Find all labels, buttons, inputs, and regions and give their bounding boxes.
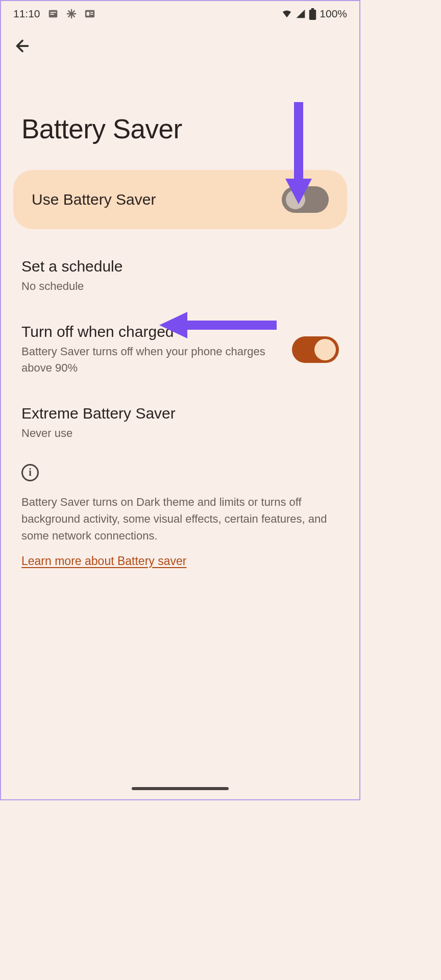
signal-icon: [296, 9, 306, 19]
svg-rect-8: [311, 8, 314, 10]
learn-more-link[interactable]: Learn more about Battery saver: [21, 554, 186, 568]
svg-rect-2: [50, 14, 54, 15]
set-schedule-title: Set a schedule: [21, 258, 339, 275]
navigation-bar-handle[interactable]: [132, 787, 229, 790]
use-battery-saver-toggle-card[interactable]: Use Battery Saver: [13, 170, 347, 229]
extreme-battery-saver-title: Extreme Battery Saver: [21, 405, 339, 422]
extreme-battery-saver-item[interactable]: Extreme Battery Saver Never use: [1, 390, 359, 456]
extreme-battery-saver-text: Extreme Battery Saver Never use: [21, 405, 339, 442]
use-battery-saver-switch[interactable]: [282, 186, 329, 213]
svg-rect-6: [90, 14, 93, 15]
extreme-battery-saver-subtitle: Never use: [21, 425, 339, 442]
status-bar: 11:10 100%: [1, 1, 359, 27]
battery-icon: [309, 8, 316, 20]
page-title: Battery Saver: [1, 57, 359, 170]
arrow-back-icon: [13, 37, 32, 55]
settings-list: Set a schedule No schedule Turn off when…: [1, 243, 359, 456]
svg-rect-3: [85, 10, 94, 18]
turn-off-charged-text: Turn off when charged Battery Saver turn…: [21, 323, 292, 376]
news-icon: [84, 8, 95, 19]
photos-icon: [66, 8, 77, 19]
status-time: 11:10: [13, 8, 40, 20]
svg-rect-4: [86, 12, 89, 15]
svg-rect-5: [90, 12, 93, 13]
status-bar-right: 100%: [281, 8, 347, 20]
turn-off-charged-switch[interactable]: [292, 336, 339, 363]
set-schedule-item[interactable]: Set a schedule No schedule: [1, 243, 359, 309]
info-section: i Battery Saver turns on Dark theme and …: [1, 456, 359, 576]
back-button[interactable]: [1, 27, 359, 57]
set-schedule-text: Set a schedule No schedule: [21, 258, 339, 295]
set-schedule-subtitle: No schedule: [21, 278, 339, 295]
status-bar-left: 11:10: [13, 8, 95, 20]
wifi-icon: [281, 8, 292, 19]
info-text: Battery Saver turns on Dark theme and li…: [21, 494, 339, 544]
svg-rect-1: [50, 12, 56, 13]
use-battery-saver-label: Use Battery Saver: [32, 191, 156, 208]
messages-icon: [47, 8, 59, 19]
svg-rect-7: [309, 9, 316, 19]
battery-percent: 100%: [320, 8, 347, 20]
info-icon: i: [21, 464, 39, 481]
turn-off-charged-title: Turn off when charged: [21, 323, 280, 340]
turn-off-charged-item[interactable]: Turn off when charged Battery Saver turn…: [1, 309, 359, 390]
turn-off-charged-subtitle: Battery Saver turns off when your phone …: [21, 344, 280, 376]
